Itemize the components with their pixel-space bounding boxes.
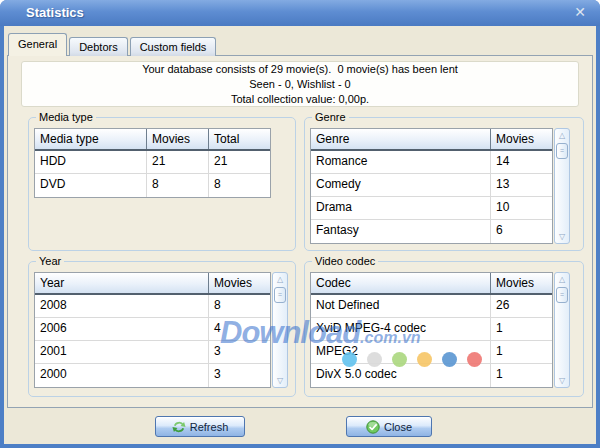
table-row[interactable]: DVD88: [35, 174, 270, 197]
table-cell: 2001: [35, 341, 208, 363]
table-row[interactable]: Romance14: [311, 151, 552, 174]
scroll-thumb[interactable]: =: [274, 287, 286, 303]
table-row[interactable]: 20064: [35, 318, 270, 341]
column-header[interactable]: Genre: [311, 129, 490, 149]
group-video-codec-label: Video codec: [312, 255, 378, 267]
table-row[interactable]: HDD2121: [35, 151, 270, 174]
table-row[interactable]: Fantasy6: [311, 220, 552, 243]
close-button[interactable]: Close: [346, 416, 432, 437]
table-cell: 26: [490, 295, 552, 317]
table-cell: 1: [490, 341, 552, 363]
table-cell: 4: [208, 318, 270, 340]
table-cell: MPEG2: [311, 341, 490, 363]
media-type-table: Media typeMoviesTotalHDD2121DVD88: [34, 128, 290, 198]
tab-custom-fields[interactable]: Custom fields: [130, 37, 217, 56]
group-year-label: Year: [36, 255, 64, 267]
data-table: YearMovies20088200642001320003: [34, 272, 271, 388]
data-table: Media typeMoviesTotalHDD2121DVD88: [34, 128, 271, 198]
video-codec-table: CodecMoviesNot Defined26XviD MPEG-4 code…: [310, 272, 578, 388]
table-cell: XviD MPEG-4 codec: [311, 318, 490, 340]
data-table: GenreMoviesRomance14Comedy13Drama10Fanta…: [310, 128, 553, 244]
title-bar[interactable]: Statistics ✕: [0, 0, 600, 26]
scroll-down-icon[interactable]: ▽: [555, 230, 569, 243]
table-cell: 13: [490, 174, 552, 196]
scroll-down-icon[interactable]: ▽: [273, 374, 287, 387]
table-cell: 1: [490, 318, 552, 340]
table-header-row: CodecMovies: [311, 273, 552, 295]
dialog-content: General Debtors Custom fields Your datab…: [4, 26, 596, 444]
refresh-icon: [172, 420, 186, 434]
close-button-label: Close: [384, 421, 412, 433]
column-header[interactable]: Movies: [146, 129, 208, 149]
table-row[interactable]: Drama10: [311, 197, 552, 220]
tab-debtors[interactable]: Debtors: [69, 37, 128, 56]
table-row[interactable]: 20013: [35, 341, 270, 364]
table-cell: 8: [146, 174, 208, 197]
table-cell: Comedy: [311, 174, 490, 196]
data-table: CodecMoviesNot Defined26XviD MPEG-4 code…: [310, 272, 553, 388]
table-cell: 3: [208, 341, 270, 363]
table-row[interactable]: Not Defined26: [311, 295, 552, 318]
summary-line-3: Total collection value: 0,00p.: [231, 92, 369, 107]
table-cell: DVD: [35, 174, 146, 197]
window-close-icon[interactable]: ✕: [574, 4, 586, 20]
table-cell: 6: [490, 220, 552, 243]
group-genre-label: Genre: [312, 111, 349, 123]
table-cell: 10: [490, 197, 552, 219]
summary-line-2: Seen - 0, Wishlist - 0: [249, 77, 350, 92]
column-header[interactable]: Movies: [490, 129, 552, 149]
screen: Statistics ✕ General Debtors Custom fiel…: [0, 0, 600, 448]
statistics-dialog: Statistics ✕ General Debtors Custom fiel…: [0, 0, 600, 448]
table-cell: Not Defined: [311, 295, 490, 317]
group-year: Year YearMovies20088200642001320003△=▽: [28, 255, 296, 397]
year-table: YearMovies20088200642001320003△=▽: [34, 272, 290, 388]
table-row[interactable]: Comedy13: [311, 174, 552, 197]
refresh-button-label: Refresh: [190, 421, 229, 433]
scroll-up-icon[interactable]: △: [273, 273, 287, 286]
scroll-down-icon[interactable]: ▽: [555, 374, 569, 387]
table-row[interactable]: 20088: [35, 295, 270, 318]
table-cell: DivX 5.0 codec: [311, 364, 490, 387]
vertical-scrollbar[interactable]: △=▽: [554, 272, 570, 388]
table-cell: 14: [490, 151, 552, 173]
refresh-button[interactable]: Refresh: [155, 416, 245, 437]
group-media-type-label: Media type: [36, 111, 96, 123]
tab-page-general: Your database consists of 29 movie(s). 0…: [7, 55, 593, 408]
table-cell: 1: [490, 364, 552, 387]
table-row[interactable]: MPEG21: [311, 341, 552, 364]
table-header-row: GenreMovies: [311, 129, 552, 151]
group-genre: Genre GenreMoviesRomance14Comedy13Drama1…: [304, 111, 584, 251]
table-row[interactable]: 20003: [35, 364, 270, 387]
column-header[interactable]: Year: [35, 273, 208, 293]
table-row[interactable]: DivX 5.0 codec1: [311, 364, 552, 387]
table-cell: Drama: [311, 197, 490, 219]
group-video-codec: Video codec CodecMoviesNot Defined26XviD…: [304, 255, 584, 397]
table-cell: Fantasy: [311, 220, 490, 243]
table-cell: Romance: [311, 151, 490, 173]
table-cell: 8: [208, 295, 270, 317]
column-header[interactable]: Movies: [490, 273, 552, 293]
summary-line-1: Your database consists of 29 movie(s). 0…: [142, 62, 458, 77]
group-media-type: Media type Media typeMoviesTotalHDD2121D…: [28, 111, 296, 251]
genre-table: GenreMoviesRomance14Comedy13Drama10Fanta…: [310, 128, 578, 244]
tab-strip: General Debtors Custom fields: [8, 33, 218, 56]
scroll-up-icon[interactable]: △: [555, 129, 569, 142]
scroll-thumb[interactable]: =: [556, 143, 568, 159]
column-header[interactable]: Movies: [208, 273, 270, 293]
vertical-scrollbar[interactable]: △=▽: [554, 128, 570, 244]
column-header[interactable]: Total: [208, 129, 270, 149]
window-title: Statistics: [26, 5, 84, 20]
tab-general[interactable]: General: [8, 33, 67, 56]
scroll-up-icon[interactable]: △: [555, 273, 569, 286]
scroll-thumb[interactable]: =: [556, 287, 568, 303]
column-header[interactable]: Codec: [311, 273, 490, 293]
summary-box: Your database consists of 29 movie(s). 0…: [21, 61, 579, 107]
table-cell: 3: [208, 364, 270, 387]
table-row[interactable]: XviD MPEG-4 codec1: [311, 318, 552, 341]
column-header[interactable]: Media type: [35, 129, 146, 149]
table-cell: 2000: [35, 364, 208, 387]
vertical-scrollbar[interactable]: △=▽: [272, 272, 288, 388]
table-cell: 21: [208, 151, 270, 173]
table-cell: HDD: [35, 151, 146, 173]
table-cell: 2008: [35, 295, 208, 317]
